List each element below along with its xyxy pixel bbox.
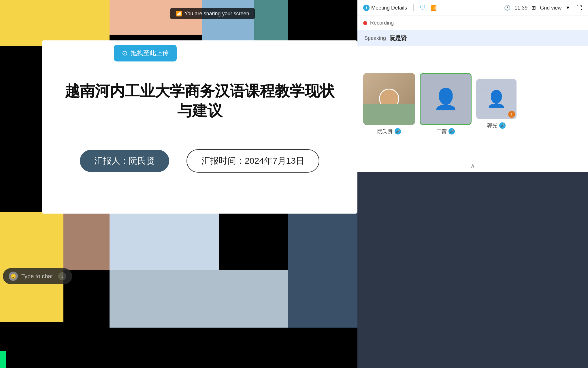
video-tile-inner-3: 👤 ! ask. a... xyxy=(476,79,517,119)
speaking-name: 阮是贤 xyxy=(389,34,407,42)
bg-darkblue-bottom-right xyxy=(288,212,357,328)
tile-name-1: 阮氏贤 🎤 xyxy=(377,128,401,135)
video-tile-2: 👤 EnVo... 王蕾 🎤 xyxy=(420,73,472,135)
video-tile-1: EnVo... 阮氏贤 🎤 xyxy=(363,73,415,135)
chat-placeholder-text[interactable]: Type to chat xyxy=(21,273,55,280)
recording-dot xyxy=(363,21,367,25)
sharing-banner: 📶 You are sharing your screen xyxy=(170,8,255,19)
expand-tiles-icon[interactable]: ∧ xyxy=(470,162,475,170)
separator xyxy=(413,4,414,11)
tile-name-3: 郭光 🎤 xyxy=(487,122,506,129)
bg-teal-right xyxy=(254,0,288,46)
orange-badge-3: ! xyxy=(508,111,515,118)
avatar-1 xyxy=(363,73,415,125)
mic-icon-3: 🎤 xyxy=(499,122,506,129)
meeting-details-button[interactable]: i Meeting Details xyxy=(363,5,407,11)
video-tile-inner-2: 👤 EnVo... xyxy=(420,73,472,125)
green-indicator xyxy=(0,351,6,368)
recording-bar: Recording xyxy=(357,16,588,30)
info-icon: i xyxy=(363,5,370,11)
video-tiles: EnVo... 阮氏贤 🎤 👤 EnVo... 王蕾 🎤 👤 ! a xyxy=(357,46,588,162)
signal-bars-icon: 📶 xyxy=(430,5,437,11)
tile-name-2: 王蕾 🎤 xyxy=(436,128,455,135)
date-badge: 汇报时间：2024年7月13日 xyxy=(186,149,319,173)
upload-button[interactable]: ⊙ 拖拽至此上传 xyxy=(114,45,177,61)
speaking-label-text: Speaking xyxy=(364,35,386,41)
meeting-time: 11:39 xyxy=(514,5,527,11)
upload-button-label: 拖拽至此上传 xyxy=(131,49,169,57)
avatar-placeholder-2: 👤 xyxy=(421,74,471,124)
chat-bar[interactable]: 😊 Type to chat ‹ xyxy=(3,268,72,284)
chevron-down-icon[interactable]: ▼ xyxy=(566,5,570,10)
top-bar: i Meeting Details 🛡 📶 🕐 11:39 ⊞ Grid vie… xyxy=(357,0,588,16)
bg-yellow-bottom-left xyxy=(0,212,63,322)
video-tile-inner-1: EnVo... xyxy=(363,73,415,125)
signal-icon: 📶 xyxy=(176,10,182,17)
bg-slate-bottom xyxy=(110,270,288,328)
grid-icon: ⊞ xyxy=(532,5,536,11)
screen-share-area: 📶 You are sharing your screen ⊙ 拖拽至此上传 越… xyxy=(0,0,357,368)
slide-title: 越南河内工业大学商务汉语课程教学现状与建议 xyxy=(59,81,340,120)
slide-container: 越南河内工业大学商务汉语课程教学现状与建议 汇报人：阮氏贤 汇报时间：2024年… xyxy=(42,40,357,214)
bg-blue-top xyxy=(202,0,254,45)
presenter-badge: 汇报人：阮氏贤 xyxy=(80,150,169,172)
mic-icon-2: 🎤 xyxy=(448,128,455,135)
upload-icon: ⊙ xyxy=(122,49,128,57)
bg-peach-bottom xyxy=(63,212,110,270)
participant-name-3: 郭光 xyxy=(487,122,497,129)
chat-avatar: 😊 xyxy=(9,272,18,281)
dark-panel xyxy=(357,172,588,368)
top-bar-right: 🕐 11:39 ⊞ Grid view ▼ ⛶ xyxy=(504,5,582,11)
clock-icon: 🕐 xyxy=(504,5,510,11)
recording-label: Recording xyxy=(370,20,394,26)
participant-name-2: 王蕾 xyxy=(436,128,447,135)
person-icon-3: 👤 xyxy=(486,89,506,109)
meeting-details-label: Meeting Details xyxy=(371,5,407,11)
slide-footer: 汇报人：阮氏贤 汇报时间：2024年7月13日 xyxy=(80,149,319,173)
bg-lightblue-bottom-mid xyxy=(110,212,219,270)
person-icon-2: 👤 xyxy=(433,87,458,111)
video-tile-3: 👤 ! ask. a... 郭光 🎤 xyxy=(476,79,517,129)
chat-collapse-button[interactable]: ‹ xyxy=(58,272,66,280)
shield-icon: 🛡 xyxy=(420,5,426,11)
tiles-expand[interactable]: ∧ xyxy=(357,160,588,172)
expand-icon[interactable]: ⛶ xyxy=(576,5,582,11)
mic-icon-1: 🎤 xyxy=(395,128,401,135)
speaking-bar: Speaking 阮是贤 xyxy=(357,30,588,46)
participant-name-1: 阮氏贤 xyxy=(377,128,393,135)
grid-view-label[interactable]: Grid view xyxy=(540,5,561,11)
bg-yellow-top-left xyxy=(0,0,110,46)
sharing-banner-text: You are sharing your screen xyxy=(184,11,249,17)
